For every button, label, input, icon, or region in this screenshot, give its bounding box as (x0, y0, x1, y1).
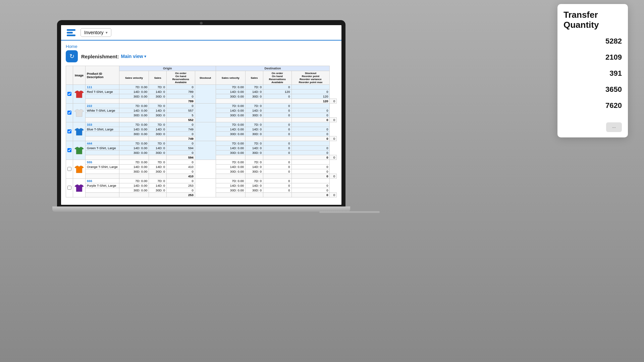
table-row: 555 7D: 0.00 7D: 0 0 7D: 0.00 7D: 0 0 (66, 160, 337, 165)
row-checkbox-222[interactable] (67, 111, 71, 115)
svg-marker-1 (74, 109, 84, 117)
row-checkbox-666[interactable] (67, 186, 71, 190)
col-header-check (66, 66, 73, 85)
view-arrow-icon: ▾ (144, 54, 146, 59)
col-dest-stockout: StockoutReorder pointReorder varianceReo… (291, 71, 330, 85)
view-label: Main view (121, 54, 143, 59)
logo-icon (66, 27, 76, 38)
logo-stripe-3 (67, 35, 75, 36)
svg-marker-4 (74, 166, 84, 173)
transfer-qty-4: 3650 (564, 85, 622, 94)
col-group-origin: Origin (119, 66, 216, 71)
table-row: 444 7D: 0.00 7D: 0 0 7D: 0.00 7D: 0 0 (66, 141, 337, 146)
page-title-block: Replenishment: Main view ▾ (81, 54, 146, 59)
transfer-panel-btn[interactable]: ··· (606, 122, 622, 132)
laptop-base (52, 206, 350, 212)
col-origin-sv: Sales velocity (119, 71, 149, 85)
inventory-dropdown[interactable]: Inventory ▾ (80, 28, 111, 37)
app-content: Home ↻ Replenishment: Main view ▾ (61, 41, 341, 205)
row-checkbox-111[interactable] (67, 92, 71, 96)
svg-marker-2 (74, 128, 84, 135)
app-header: Inventory ▾ (61, 25, 341, 41)
col-dest-sales: Sales (246, 71, 263, 85)
inventory-label: Inventory (84, 30, 104, 35)
breadcrumb-home: Home (66, 44, 77, 49)
svg-marker-3 (74, 147, 84, 154)
laptop-bezel: Inventory ▾ Home ↻ Replenishme (57, 20, 345, 208)
transfer-panel-title: Transfer Quantity (564, 10, 622, 30)
col-header-image: Image (73, 66, 86, 85)
transfer-quantity-panel: Transfer Quantity 5282 2109 391 3650 762… (557, 4, 628, 137)
col-origin-stockout: Stockout (195, 71, 216, 85)
page-label: Replenishment: (81, 54, 119, 59)
table-row: 333 7D: 0.00 7D: 0 0 7D: 0.00 7D: 0 0 (66, 122, 337, 127)
transfer-qty-1: 5282 (564, 37, 622, 46)
transfer-qty-5: 7620 (564, 101, 622, 110)
svg-marker-5 (74, 184, 84, 192)
logo-stripe-1 (67, 29, 75, 31)
page-header: ↻ Replenishment: Main view ▾ (66, 50, 337, 62)
row-checkbox-444[interactable] (67, 148, 71, 152)
table-row: 111 7D: 0.00 7D: 0 0 7D: 0.00 7D: 0 0 (66, 85, 337, 89)
dropdown-arrow-icon: ▾ (106, 31, 108, 35)
table-row: 222 7D: 0.00 7D: 0 0 7D: 0.00 7D: 0 0 (66, 104, 337, 108)
col-origin-order: On orderOn handReservationsAvailable (167, 71, 195, 85)
svg-marker-0 (74, 90, 84, 98)
col-group-destination: Destination (216, 66, 330, 71)
table-row: 666 7D: 0.00 7D: 0 0 7D: 0.00 7D: 0 0 (66, 179, 337, 183)
logo-stripes (67, 29, 75, 36)
col-origin-sales: Sales (149, 71, 167, 85)
logo-stripe-2 (67, 32, 73, 34)
replenish-icon: ↻ (66, 50, 78, 62)
laptop-camera (200, 22, 203, 24)
laptop-trackpad (319, 211, 380, 213)
transfer-qty-3: 391 (564, 69, 622, 78)
col-dest-order: On orderOn handReservationsAvailable (263, 71, 291, 85)
app-logo (66, 27, 76, 38)
row-checkbox-333[interactable] (67, 129, 71, 133)
col-header-product: Product IDDescription (86, 66, 119, 85)
view-selector[interactable]: Main view ▾ (121, 54, 146, 59)
row-checkbox-555[interactable] (67, 167, 71, 171)
laptop-screen: Inventory ▾ Home ↻ Replenishme (61, 25, 341, 205)
breadcrumb[interactable]: Home (66, 44, 337, 49)
laptop-outer: Transfer Quantity 5282 2109 391 3650 762… (0, 0, 644, 362)
transfer-qty-2: 2109 (564, 53, 622, 62)
inventory-table: Image Product IDDescription Origin Desti… (66, 66, 337, 197)
col-dest-sv: Sales velocity (216, 71, 246, 85)
